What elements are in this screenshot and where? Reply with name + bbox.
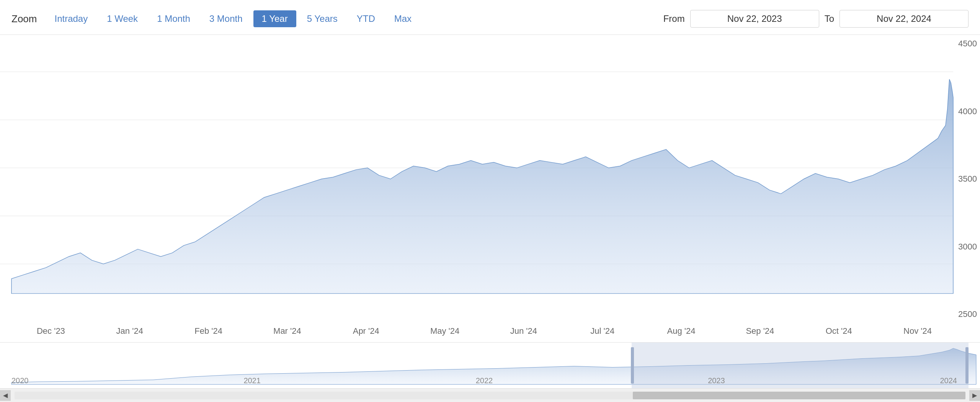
zoom-btn-1month[interactable]: 1 Month [149,10,199,27]
x-label-jul24: Jul '24 [563,326,642,339]
mini-year-2021: 2021 [243,376,261,385]
x-label-aug24: Aug '24 [642,326,721,339]
x-label-oct24: Oct '24 [799,326,878,339]
x-label-may24: May '24 [405,326,484,339]
mini-year-labels: 2020 2021 2022 2023 2024 [11,376,957,385]
zoom-btn-3month[interactable]: 3 Month [201,10,251,27]
zoom-btn-5years[interactable]: 5 Years [299,10,346,27]
to-date-input[interactable] [840,10,969,28]
scrollbar-area: ◀ ▶ [0,388,980,402]
scroll-right-button[interactable]: ▶ [969,390,980,401]
y-label-4000: 4000 [956,107,977,116]
zoom-btn-1week[interactable]: 1 Week [98,10,146,27]
zoom-btn-1year[interactable]: 1 Year [253,10,296,27]
zoom-label: Zoom [11,13,37,25]
main-chart-area: 4500 4000 3500 3000 2500 [0,34,980,323]
x-label-apr24: Apr '24 [327,326,405,339]
to-label: To [825,13,834,24]
y-label-3000: 3000 [956,242,977,252]
date-range: From To [663,10,969,28]
x-axis-labels: Dec '23 Jan '24 Feb '24 Mar '24 Apr '24 … [0,323,980,342]
scrollbar-thumb[interactable] [633,392,965,399]
y-label-4500: 4500 [956,39,977,49]
mini-year-2020: 2020 [11,376,29,385]
x-label-sep24: Sep '24 [720,326,799,339]
y-axis-labels: 4500 4000 3500 3000 2500 [953,35,980,323]
mini-chart-area: 2020 2021 2022 2023 2024 [0,342,980,388]
mini-year-2023: 2023 [708,376,725,385]
zoom-btn-intraday[interactable]: Intraday [46,10,96,27]
y-label-3500: 3500 [956,174,977,184]
chart-container: Zoom Intraday 1 Week 1 Month 3 Month 1 Y… [0,0,980,402]
mini-year-2024: 2024 [940,376,957,385]
from-label: From [663,13,685,24]
x-label-jan24: Jan '24 [90,326,169,339]
mini-year-2022: 2022 [476,376,493,385]
x-label-jun24: Jun '24 [484,326,563,339]
y-label-2500: 2500 [956,309,977,319]
scrollbar-track[interactable] [15,392,965,399]
scroll-left-button[interactable]: ◀ [0,390,11,401]
svg-rect-7 [965,347,969,384]
x-label-dec23: Dec '23 [11,326,90,339]
x-label-feb24: Feb '24 [169,326,248,339]
zoom-buttons: Intraday 1 Week 1 Month 3 Month 1 Year 5… [46,10,663,27]
zoom-btn-max[interactable]: Max [386,10,420,27]
from-date-input[interactable] [690,10,819,28]
toolbar: Zoom Intraday 1 Week 1 Month 3 Month 1 Y… [0,0,980,34]
x-label-mar24: Mar '24 [248,326,327,339]
main-chart-svg [0,35,980,323]
x-label-nov24: Nov '24 [878,326,957,339]
zoom-btn-ytd[interactable]: YTD [348,10,384,27]
